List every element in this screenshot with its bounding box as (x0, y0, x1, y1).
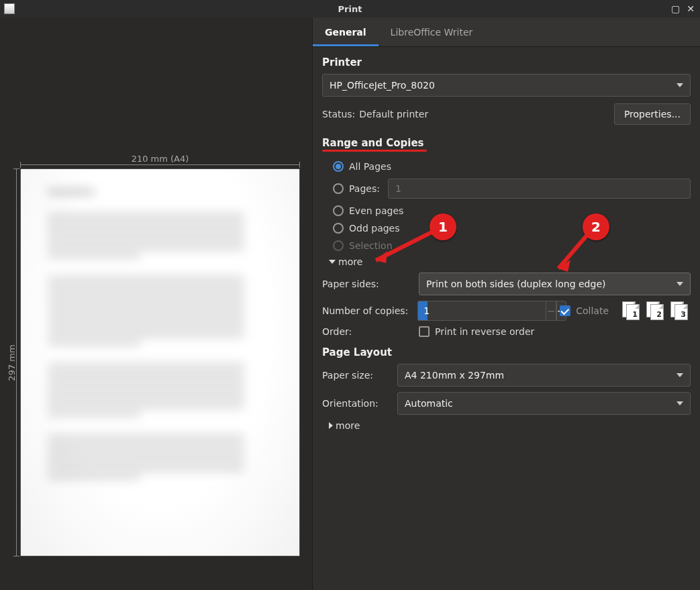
radio-pages[interactable]: Pages: (333, 179, 691, 199)
title-bar: Print ▢ ✕ (0, 0, 700, 17)
radio-odd-pages[interactable]: Odd pages (333, 223, 691, 234)
chevron-down-icon (677, 398, 683, 409)
maximize-icon[interactable]: ▢ (671, 4, 680, 13)
orientation-select[interactable]: Automatic (397, 392, 691, 415)
section-layout-title: Page Layout (322, 346, 691, 358)
radio-icon (333, 223, 344, 234)
copies-spinner[interactable]: − + (417, 301, 552, 321)
tab-bar: General LibreOffice Writer (313, 17, 700, 47)
range-more-toggle[interactable]: more (329, 256, 691, 267)
checkbox-icon (560, 305, 570, 316)
triangle-down-icon (329, 260, 336, 264)
printer-select[interactable]: HP_OfficeJet_Pro_8020 (322, 74, 691, 97)
section-printer-title: Printer (322, 56, 691, 68)
triangle-right-icon (329, 422, 333, 429)
radio-icon (333, 240, 344, 251)
orientation-label: Orientation: (322, 398, 389, 409)
radio-icon (333, 183, 344, 194)
copies-input[interactable] (417, 301, 546, 321)
chevron-down-icon (677, 279, 683, 289)
settings-pane: General LibreOffice Writer Printer HP_Of… (312, 17, 700, 590)
window-title: Print (338, 4, 362, 14)
printer-status-label: Status: (322, 109, 355, 119)
layout-more-toggle[interactable]: more (329, 420, 691, 431)
horizontal-ruler (20, 164, 300, 165)
pages-input[interactable] (388, 179, 691, 199)
radio-even-pages[interactable]: Even pages (333, 205, 691, 216)
tab-general[interactable]: General (313, 21, 379, 46)
paper-sides-select[interactable]: Print on both sides (duplex long edge) (419, 273, 691, 295)
print-preview-pane: 210 mm (A4) 297 mm (0, 17, 312, 590)
chevron-down-icon (677, 80, 683, 91)
paper-sides-label: Paper sides: (322, 279, 411, 289)
checkbox-icon (419, 326, 430, 337)
order-label: Order: (322, 326, 411, 337)
collate-checkbox[interactable]: Collate (560, 305, 609, 316)
printer-status-value: Default printer (359, 109, 428, 119)
reverse-order-checkbox[interactable]: Print in reverse order (419, 326, 534, 337)
close-icon[interactable]: ✕ (687, 4, 695, 13)
copies-decrement-button[interactable]: − (546, 301, 556, 321)
paper-size-value: A4 210mm x 297mm (405, 370, 504, 381)
tab-libreoffice-writer[interactable]: LibreOffice Writer (379, 21, 485, 46)
paper-size-label: Paper size: (322, 370, 389, 381)
printer-select-value: HP_OfficeJet_Pro_8020 (330, 80, 435, 91)
printer-properties-button[interactable]: Properties... (614, 103, 691, 125)
section-range-title: Range and Copies (322, 137, 424, 149)
vertical-ruler (16, 168, 17, 556)
app-icon (4, 3, 15, 14)
paper-sides-value: Print on both sides (duplex long edge) (426, 279, 605, 289)
paper-size-select[interactable]: A4 210mm x 297mm (397, 364, 691, 387)
radio-icon (333, 161, 344, 172)
orientation-value: Automatic (405, 398, 453, 409)
radio-selection: Selection (333, 240, 691, 251)
chevron-down-icon (677, 370, 683, 381)
collate-preview-icons: 11 22 33 (619, 301, 691, 321)
copies-label: Number of copies: (322, 305, 409, 316)
page-preview (20, 168, 300, 556)
radio-all-pages[interactable]: All Pages (333, 161, 691, 172)
radio-icon (333, 205, 344, 216)
page-width-label: 210 mm (A4) (20, 154, 300, 164)
